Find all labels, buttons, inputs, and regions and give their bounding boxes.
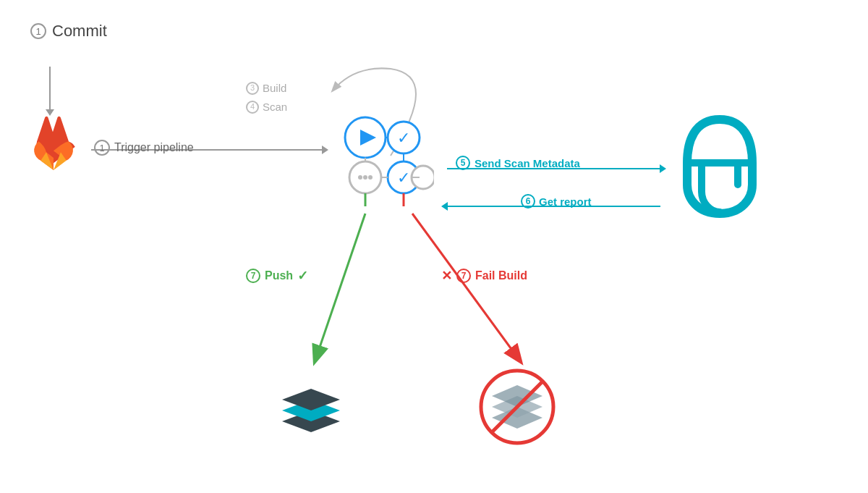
- svg-line-20: [412, 214, 521, 362]
- pipeline-icon: ✓ ✓: [340, 112, 434, 206]
- push-step-circle: 7: [246, 269, 260, 283]
- blocked-container-icon: [477, 367, 557, 450]
- build-step-circle: 3: [246, 82, 259, 95]
- gitlab-logo: [20, 112, 85, 177]
- svg-text:✓: ✓: [397, 129, 410, 147]
- svg-text:✓: ✓: [397, 169, 410, 187]
- send-meta-label: 5 Send Scan Metadata: [456, 156, 580, 170]
- diagram: 1 Commit 1 Trigger pipeline 3 Build 4 Sc…: [0, 0, 868, 493]
- fail-build-label: ✕ 7 Fail Build: [441, 268, 527, 284]
- svg-line-19: [315, 214, 365, 362]
- get-report-circle: 6: [521, 194, 535, 208]
- fail-step-circle: 7: [456, 269, 471, 283]
- commit-step-label: 1 Commit: [30, 22, 107, 41]
- commit-step-circle: 1: [30, 23, 46, 39]
- get-report-label: 6 Get report: [521, 194, 592, 208]
- registry-icon: [275, 374, 347, 442]
- anchore-icon: [680, 112, 760, 206]
- trigger-step-circle: 1: [94, 140, 110, 156]
- svg-point-7: [358, 175, 362, 180]
- commit-down-arrow: [49, 67, 51, 110]
- trigger-pipeline-label: 1 Trigger pipeline: [94, 140, 194, 156]
- push-checkmark: ✓: [297, 268, 308, 284]
- send-meta-circle: 5: [456, 156, 470, 170]
- fail-xmark: ✕: [441, 268, 452, 284]
- svg-point-9: [368, 175, 373, 180]
- push-label: 7 Push ✓: [246, 268, 308, 284]
- build-scan-labels: 3 Build 4 Scan: [246, 80, 287, 116]
- svg-point-8: [363, 175, 367, 180]
- scan-step-circle: 4: [246, 101, 259, 114]
